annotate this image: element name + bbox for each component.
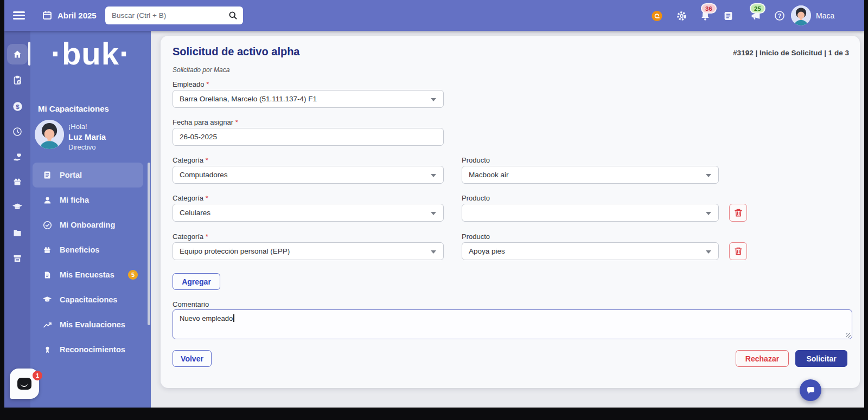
rewards-coin-icon[interactable] [651,10,663,22]
chevron-down-icon [431,98,436,101]
agregar-button[interactable]: Agregar [173,273,220,290]
producto-select-2[interactable] [462,204,719,222]
rail-time-clock-icon[interactable] [7,121,28,142]
sidebar-item-mi-ficha[interactable]: Mi ficha [30,188,151,212]
svg-text:$: $ [16,103,20,109]
month-label: Abril 2025 [58,11,97,20]
fecha-label: Fecha para asignar * [173,118,238,126]
search-input[interactable] [105,11,228,20]
comentario-label: Comentario [173,300,209,308]
producto-select-1[interactable]: Macbook air [462,166,719,184]
user-menu[interactable]: Maca [816,11,834,20]
chat-unread-badge: 1 [33,371,42,380]
rail-training-cap-icon[interactable] [7,197,28,217]
icon-rail: $ [4,31,30,408]
notifications-count-badge: 36 [701,3,717,14]
volver-button[interactable]: Volver [173,350,212,367]
categoria-select-1[interactable]: Computadores [173,166,444,184]
fecha-input-wrap [173,128,444,146]
requested-by-text: Solicitado por Maca [173,66,229,74]
empleado-select[interactable]: Barra Orellana, Marcelo (51.111.137-4) F… [173,90,444,108]
person-icon [42,195,52,205]
chevron-down-icon [706,250,711,254]
delete-row-button[interactable] [729,242,747,260]
buk-logo[interactable]: ·buk· [30,35,151,72]
rechazar-button[interactable]: Rechazar [736,350,789,367]
sidebar: ·buk· Mi Capacitaciones ¡Hola! Luz María… [30,31,151,408]
rail-store-icon[interactable] [7,248,28,269]
chevron-down-icon [706,212,711,215]
sidebar-user-block: ¡Hola! Luz María Directivo [68,122,106,152]
rail-payroll-dollar-icon[interactable]: $ [7,96,28,117]
request-form-card: Solicitud de activo alpha #3192 | Inicio… [161,36,860,388]
request-meta: #3192 | Inicio de Solicitud | 1 de 3 [733,49,849,57]
top-navbar: Abril 2025 [4,0,864,31]
delete-row-button[interactable] [729,204,747,222]
calendar-icon [42,10,52,20]
rail-benefits-hand-heart-icon[interactable] [7,147,28,167]
categoria-select-2[interactable]: Celulares [173,204,444,222]
portal-document-icon [42,170,52,180]
sidebar-item-mis-evaluaciones[interactable]: Mis Evaluaciones [30,312,151,337]
global-search [105,7,243,24]
app-window: Abril 2025 [4,0,864,408]
user-avatar[interactable] [791,5,811,25]
categoria-label: Categoría * [173,232,208,241]
award-medal-icon [42,345,52,354]
sidebar-user-name: Luz María [68,132,106,143]
categoria-select-3[interactable]: Equipo protección personal (EPP) [173,242,444,260]
chevron-down-icon [431,250,436,254]
chevron-down-icon [431,212,436,215]
rail-attendance-clipboard-icon[interactable] [7,70,28,91]
notes-icon[interactable] [722,10,734,22]
search-icon[interactable] [228,11,238,20]
sidebar-item-capacitaciones[interactable]: Capacitaciones [30,287,151,312]
producto-select-3[interactable]: Apoya pies [462,242,719,260]
encuestas-count-badge: 5 [128,270,138,280]
help-icon[interactable]: ? [774,10,786,22]
solicitar-button[interactable]: Solicitar [795,350,847,367]
sidebar-item-mi-onboarding[interactable]: Mi Onboarding [30,212,151,237]
chat-fab-button[interactable] [800,379,821,401]
trending-up-icon [42,320,52,329]
sidebar-scrollbar[interactable] [148,163,150,325]
chat-bubble-icon [806,385,816,396]
chat-bubble-icon [17,378,31,390]
categoria-label: Categoría * [173,194,208,202]
sidebar-item-portal[interactable]: Portal [33,163,143,188]
sidebar-user-role: Directivo [68,143,106,152]
producto-label: Producto [462,194,490,202]
greeting-text: ¡Hola! [68,122,106,132]
sidebar-menu: Portal Mi ficha Mi Onboarding Beneficios [30,163,151,362]
rail-home-icon[interactable] [7,44,28,64]
chevron-down-icon [431,174,436,177]
categoria-label: Categoría * [173,156,208,164]
svg-text:?: ? [778,12,782,19]
rail-gifts-icon[interactable] [7,171,28,192]
sidebar-item-beneficios[interactable]: Beneficios [30,237,151,262]
gift-icon [42,245,52,255]
hamburger-menu-icon[interactable] [13,11,25,20]
period-selector[interactable]: Abril 2025 [42,8,97,23]
fecha-input[interactable] [180,133,437,141]
text-cursor [233,314,234,322]
settings-gear-icon[interactable] [675,10,687,22]
rail-documents-folder-icon[interactable] [7,223,28,243]
check-circle-icon [42,220,52,230]
graduation-cap-icon [42,295,52,305]
sidebar-item-reconocimientos[interactable]: Reconocimientos [30,337,151,362]
empleado-label: Empleado * [173,80,209,88]
survey-document-icon [42,270,52,280]
sidebar-item-mis-encuestas[interactable]: Mis Encuestas 5 [30,262,151,287]
comentario-textarea[interactable]: Nuevo empleado [173,309,852,339]
producto-label: Producto [462,232,490,241]
producto-label: Producto [462,156,490,164]
page-title: Solicitud de activo alpha [173,46,300,58]
chevron-down-icon [706,174,711,177]
announcements-count-badge: 25 [750,3,765,14]
sidebar-user-avatar [35,120,64,149]
sidebar-section-title: Mi Capacitaciones [38,104,109,113]
